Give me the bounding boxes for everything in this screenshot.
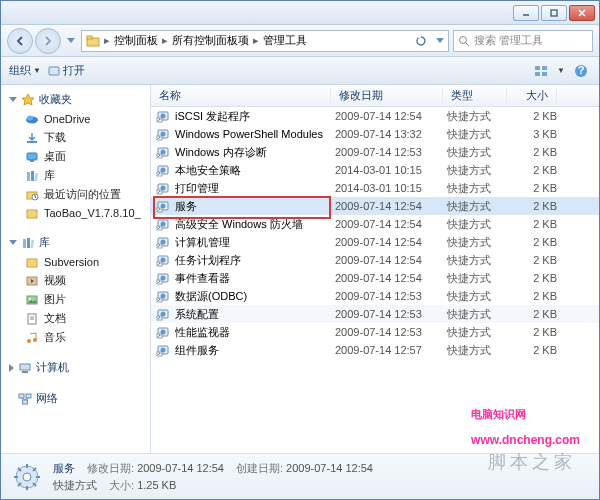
file-size: 2 KB	[511, 344, 557, 356]
maximize-button[interactable]	[541, 5, 567, 21]
table-row[interactable]: Windows PowerShell Modules2009-07-14 13:…	[151, 125, 599, 143]
watermark-text-2: 脚本之家	[488, 450, 576, 474]
shortcut-icon	[155, 324, 171, 340]
table-row[interactable]: 性能监视器2009-07-14 12:53快捷方式2 KB	[151, 323, 599, 341]
chevron-right-icon: ▸	[253, 34, 259, 47]
history-dropdown[interactable]	[65, 38, 77, 43]
shortcut-icon	[155, 162, 171, 178]
column-name[interactable]: 名称	[151, 88, 331, 103]
svg-rect-29	[27, 259, 37, 267]
shortcut-icon	[155, 126, 171, 142]
sidebar-item-subversion[interactable]: Subversion	[1, 253, 150, 271]
chevron-right-icon: ▸	[104, 34, 110, 47]
column-type[interactable]: 类型	[443, 88, 507, 103]
svg-rect-10	[542, 66, 547, 70]
file-date: 2009-07-14 12:54	[335, 236, 447, 248]
nav-bar: ▸ 控制面板 ▸ 所有控制面板项 ▸ 管理工具 搜索 管理工具	[1, 25, 599, 57]
forward-button[interactable]	[35, 28, 61, 54]
file-size: 2 KB	[511, 164, 557, 176]
svg-rect-39	[22, 371, 28, 373]
svg-rect-11	[535, 72, 540, 76]
table-row[interactable]: 计算机管理2009-07-14 12:54快捷方式2 KB	[151, 233, 599, 251]
titlebar	[1, 1, 599, 25]
table-row[interactable]: 任务计划程序2009-07-14 12:54快捷方式2 KB	[151, 251, 599, 269]
svg-rect-1	[551, 10, 557, 16]
shortcut-icon	[155, 288, 171, 304]
shortcut-icon	[155, 108, 171, 124]
file-size: 2 KB	[511, 326, 557, 338]
back-button[interactable]	[7, 28, 33, 54]
table-row[interactable]: 数据源(ODBC)2009-07-14 12:53快捷方式2 KB	[151, 287, 599, 305]
svg-rect-28	[30, 239, 34, 247]
file-name: 组件服务	[175, 343, 335, 358]
dropdown-icon[interactable]	[436, 38, 444, 43]
svg-text:?: ?	[578, 64, 585, 76]
file-date: 2009-07-14 12:53	[335, 146, 447, 158]
svg-rect-40	[19, 394, 24, 398]
shortcut-icon	[155, 198, 171, 214]
minimize-button[interactable]	[513, 5, 539, 21]
table-row[interactable]: 高级安全 Windows 防火墙2009-07-14 12:54快捷方式2 KB	[151, 215, 599, 233]
file-type: 快捷方式	[447, 253, 511, 268]
sidebar-item-documents[interactable]: 文档	[1, 309, 150, 328]
sidebar-item-taobao[interactable]: TaoBao_V1.7.8.10_	[1, 204, 150, 222]
file-size: 2 KB	[511, 200, 557, 212]
table-row[interactable]: 事件查看器2009-07-14 12:54快捷方式2 KB	[151, 269, 599, 287]
file-name: 任务计划程序	[175, 253, 335, 268]
sidebar-item-recent[interactable]: 最近访问的位置	[1, 185, 150, 204]
sidebar-item-libraries-fav[interactable]: 库	[1, 166, 150, 185]
shortcut-icon	[155, 306, 171, 322]
svg-rect-27	[27, 238, 30, 248]
view-menu[interactable]	[531, 61, 551, 81]
table-row[interactable]: 系统配置2009-07-14 12:53快捷方式2 KB	[151, 305, 599, 323]
table-row[interactable]: 本地安全策略2014-03-01 10:15快捷方式2 KB	[151, 161, 599, 179]
organize-menu[interactable]: 组织▼	[9, 63, 41, 78]
svg-rect-26	[23, 239, 26, 248]
sidebar-item-videos[interactable]: 视频	[1, 271, 150, 290]
refresh-button[interactable]	[412, 35, 430, 47]
file-name: Windows 内存诊断	[175, 145, 335, 160]
close-button[interactable]	[569, 5, 595, 21]
file-size: 3 KB	[511, 128, 557, 140]
sidebar-item-downloads[interactable]: 下载	[1, 128, 150, 147]
shortcut-icon	[155, 252, 171, 268]
sidebar-item-desktop[interactable]: 桌面	[1, 147, 150, 166]
help-button[interactable]: ?	[571, 61, 591, 81]
shortcut-icon	[155, 144, 171, 160]
table-row[interactable]: iSCSI 发起程序2009-07-14 12:54快捷方式2 KB	[151, 107, 599, 125]
address-bar[interactable]: ▸ 控制面板 ▸ 所有控制面板项 ▸ 管理工具	[81, 30, 449, 52]
svg-rect-17	[27, 141, 37, 143]
breadcrumb-1[interactable]: 控制面板	[114, 33, 158, 48]
column-date[interactable]: 修改日期	[331, 88, 443, 103]
view-dropdown[interactable]: ▼	[557, 66, 565, 75]
file-name: 高级安全 Windows 防火墙	[175, 217, 335, 232]
network-header[interactable]: 网络	[1, 388, 150, 409]
file-name: 打印管理	[175, 181, 335, 196]
search-input[interactable]: 搜索 管理工具	[453, 30, 593, 52]
shortcut-icon	[155, 234, 171, 250]
file-name: 数据源(ODBC)	[175, 289, 335, 304]
open-button[interactable]: 打开	[47, 63, 85, 78]
breadcrumb-3[interactable]: 管理工具	[263, 33, 307, 48]
favorites-header[interactable]: 收藏夹	[1, 89, 150, 110]
file-date: 2009-07-14 12:54	[335, 218, 447, 230]
column-size[interactable]: 大小	[507, 88, 557, 103]
table-row[interactable]: 服务2009-07-14 12:54快捷方式2 KB	[151, 197, 599, 215]
sidebar-item-music[interactable]: 音乐	[1, 328, 150, 347]
breadcrumb-2[interactable]: 所有控制面板项	[172, 33, 249, 48]
table-row[interactable]: Windows 内存诊断2009-07-14 12:53快捷方式2 KB	[151, 143, 599, 161]
sidebar-item-pictures[interactable]: 图片	[1, 290, 150, 309]
file-size: 2 KB	[511, 272, 557, 284]
svg-point-37	[33, 338, 37, 342]
computer-header[interactable]: 计算机	[1, 357, 150, 378]
table-row[interactable]: 打印管理2014-03-01 10:15快捷方式2 KB	[151, 179, 599, 197]
sidebar-item-onedrive[interactable]: OneDrive	[1, 110, 150, 128]
file-name: 服务	[175, 199, 335, 214]
column-headers: 名称 修改日期 类型 大小	[151, 85, 599, 107]
file-type: 快捷方式	[447, 271, 511, 286]
file-name: 性能监视器	[175, 325, 335, 340]
file-type: 快捷方式	[447, 127, 511, 142]
file-size: 2 KB	[511, 146, 557, 158]
libraries-header[interactable]: 库	[1, 232, 150, 253]
table-row[interactable]: 组件服务2009-07-14 12:57快捷方式2 KB	[151, 341, 599, 359]
